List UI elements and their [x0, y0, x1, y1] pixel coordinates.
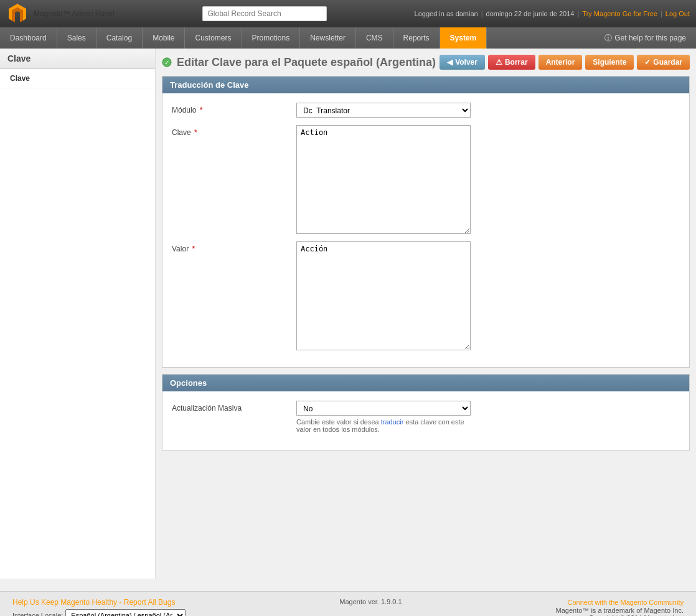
prev-button[interactable]: Anterior [538, 55, 583, 70]
svg-marker-1 [12, 7, 23, 22]
sidebar-item-clave[interactable]: Clave [0, 69, 155, 88]
header-search [202, 6, 327, 21]
clave-textarea[interactable]: Action [296, 125, 471, 234]
footer-left: Help Us Keep Magento Healthy - Report Al… [12, 598, 186, 616]
page-title-left: ✓ Editar Clave para el Paquete español (… [162, 56, 436, 69]
clave-required: * [194, 128, 197, 137]
traduccion-section: Traducción de Clave Módulo * Dc_Translat… [162, 76, 690, 368]
logo-text: Magento™ Admin Panel [34, 9, 114, 18]
user-info: Logged in as damian [415, 10, 478, 17]
valor-required: * [192, 245, 195, 253]
nav-item-customers[interactable]: Customers [185, 27, 242, 49]
nav-item-sales[interactable]: Sales [57, 27, 96, 49]
try-link[interactable]: Try Magento Go for Free [582, 10, 657, 17]
delete-label: Borrar [505, 58, 528, 67]
footer-locale: Interface Locale: Español (Argentina) / … [12, 609, 186, 616]
modulo-label: Módulo * [172, 103, 296, 114]
nav-item-newsletter[interactable]: Newsletter [300, 27, 356, 49]
help-label: Get help for this page [614, 34, 686, 42]
footer-right: Connect with the Magento Community Magen… [556, 598, 684, 616]
locale-label: Interface Locale: [12, 612, 63, 616]
back-button[interactable]: ◀ Volver [440, 55, 485, 70]
valor-field: Acción [296, 241, 680, 350]
opciones-section: Opciones Actualización Masiva No Sí Camb… [162, 374, 690, 450]
save-button[interactable]: ✓ Guardar [637, 55, 690, 70]
locale-select[interactable]: Español (Argentina) / español (Ar [65, 609, 186, 616]
nav-item-reports[interactable]: Reports [393, 27, 440, 49]
delete-icon: ⚠ [496, 58, 502, 67]
logout-link[interactable]: Log Out [665, 10, 690, 17]
next-label: Siguiente [593, 58, 626, 67]
footer-center: Magento ver. 1.9.0.1 [339, 598, 402, 605]
modulo-select[interactable]: Dc_Translator [296, 103, 471, 118]
page-status-icon: ✓ [162, 57, 172, 67]
sidebar-title: Clave [0, 49, 155, 69]
svg-text:✓: ✓ [164, 59, 169, 66]
nav-item-dashboard[interactable]: Dashboard [0, 27, 57, 49]
svg-marker-0 [9, 4, 26, 21]
date-info: domingo 22 de junio de 2014 [486, 10, 575, 17]
main-content: ✓ Editar Clave para el Paquete español (… [156, 49, 696, 579]
help-circle-icon: ⓘ [604, 33, 612, 44]
bug-report-link[interactable]: Help Us Keep Magento Healthy - Report Al… [12, 598, 175, 607]
next-button[interactable]: Siguiente [585, 55, 634, 70]
traduccion-body: Módulo * Dc_Translator Clave * [162, 93, 689, 367]
valor-label: Valor * [172, 241, 296, 253]
back-arrow-icon: ◀ [447, 58, 453, 67]
traduccion-header: Traducción de Clave [162, 77, 689, 93]
actualizacion-hint: Cambie este valor si desea traducir esta… [296, 418, 471, 433]
actualizacion-select[interactable]: No Sí [296, 401, 471, 416]
actualizacion-row: Actualización Masiva No Sí Cambie este v… [172, 401, 680, 433]
valor-textarea[interactable]: Acción [296, 241, 471, 350]
save-label: Guardar [653, 58, 682, 67]
magento-logo-icon [6, 2, 29, 25]
actualizacion-field: No Sí Cambie este valor si desea traduci… [296, 401, 680, 433]
nav-item-mobile[interactable]: Mobile [143, 27, 185, 49]
page-title: Editar Clave para el Paquete español (Ar… [177, 56, 436, 69]
page-title-bar: ✓ Editar Clave para el Paquete español (… [162, 55, 690, 70]
trademark-text: Magento™ is a trademark of Magento Inc. [556, 607, 684, 614]
nav-item-cms[interactable]: CMS [356, 27, 393, 49]
delete-button[interactable]: ⚠ Borrar [488, 55, 535, 70]
header-right: Logged in as damian | domingo 22 de juni… [415, 10, 690, 17]
nav-item-catalog[interactable]: Catalog [96, 27, 143, 49]
traducir-link[interactable]: traducir [381, 418, 404, 426]
nav-item-system[interactable]: System [440, 27, 487, 49]
community-link[interactable]: Connect with the Magento Community [568, 599, 684, 606]
page-actions: ◀ Volver ⚠ Borrar Anterior Siguiente ✓ G… [440, 55, 690, 70]
sidebar: Clave Clave [0, 49, 156, 579]
save-icon: ✓ [644, 58, 651, 67]
version-text: Magento ver. 1.9.0.1 [339, 598, 402, 605]
search-input[interactable] [202, 6, 327, 21]
footer: Help Us Keep Magento Healthy - Report Al… [0, 591, 696, 616]
valor-row: Valor * Acción [172, 241, 680, 350]
opciones-header: Opciones [162, 375, 689, 391]
opciones-body: Actualización Masiva No Sí Cambie este v… [162, 391, 689, 450]
modulo-field: Dc_Translator [296, 103, 680, 118]
logo-area: Magento™ Admin Panel [6, 2, 114, 25]
actualizacion-label: Actualización Masiva [172, 401, 296, 413]
modulo-row: Módulo * Dc_Translator [172, 103, 680, 118]
navbar: Dashboard Sales Catalog Mobile Customers… [0, 27, 696, 49]
modulo-required: * [200, 106, 203, 114]
prev-label: Anterior [546, 58, 575, 67]
clave-label: Clave * [172, 125, 296, 137]
nav-help[interactable]: ⓘ Get help for this page [595, 27, 696, 49]
clave-row: Clave * Action [172, 125, 680, 234]
back-label: Volver [455, 58, 477, 67]
clave-field: Action [296, 125, 680, 234]
nav-item-promotions[interactable]: Promotions [242, 27, 301, 49]
